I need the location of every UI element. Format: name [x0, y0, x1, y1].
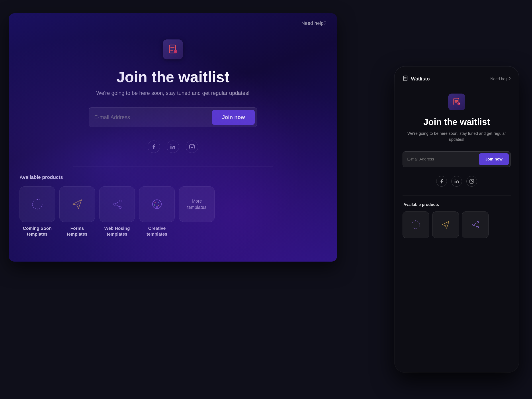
- email-input[interactable]: [94, 114, 212, 120]
- products-label: Available products: [19, 174, 326, 180]
- svg-line-16: [116, 205, 119, 207]
- svg-point-37: [419, 224, 420, 225]
- svg-point-4: [191, 146, 193, 148]
- mobile-products-label: Available products: [403, 202, 511, 207]
- mobile-instagram-button[interactable]: [466, 176, 477, 187]
- mobile-logo: Watlisto: [403, 75, 430, 82]
- svg-point-9: [32, 204, 33, 205]
- desktop-title: Join the waitlist: [116, 68, 229, 86]
- svg-point-5: [193, 145, 194, 146]
- mobile-linkedin-icon: [454, 179, 459, 184]
- svg-rect-30: [470, 179, 474, 183]
- facebook-icon-button[interactable]: [148, 140, 160, 153]
- svg-rect-3: [190, 144, 194, 149]
- svg-point-22: [156, 206, 158, 208]
- web-hosing-card[interactable]: [99, 186, 135, 222]
- mobile-social-icons: [436, 176, 477, 187]
- join-button[interactable]: Join now: [212, 110, 255, 125]
- more-card[interactable]: Moretemplates: [179, 186, 215, 222]
- svg-point-31: [471, 180, 472, 182]
- svg-point-12: [114, 203, 116, 205]
- svg-point-41: [477, 226, 479, 228]
- linkedin-icon-button[interactable]: [167, 140, 179, 153]
- forms-label: Formstemplates: [67, 225, 87, 237]
- mobile-web-hosing-card[interactable]: [462, 211, 488, 238]
- mobile-coming-soon-card[interactable]: [403, 211, 429, 238]
- mobile-send-icon: [440, 219, 451, 230]
- svg-point-40: [477, 222, 479, 223]
- mobile-instagram-icon: [469, 179, 474, 184]
- product-item-more: Moretemplates: [179, 186, 215, 222]
- products-section: Available products Coming Soontemplates: [9, 174, 337, 237]
- mobile-facebook-button[interactable]: [436, 176, 447, 187]
- send-icon: [70, 197, 84, 211]
- product-item-web-hosing: Web Hosingtemplates: [99, 186, 135, 237]
- mobile-need-help[interactable]: Need help?: [490, 77, 511, 81]
- coming-soon-card[interactable]: [19, 186, 55, 222]
- facebook-icon: [151, 144, 157, 150]
- forms-card[interactable]: [59, 186, 95, 222]
- more-label: Moretemplates: [187, 198, 207, 210]
- desktop-content: Join the waitlist We're going to be here…: [9, 26, 337, 174]
- mobile-divider: [403, 196, 511, 196]
- svg-point-21: [158, 205, 159, 206]
- svg-point-6: [32, 199, 42, 209]
- mobile-subtitle: We're going to be here soon, stay tuned …: [403, 131, 511, 143]
- mobile-email-input[interactable]: [407, 157, 479, 162]
- app-icon: [163, 39, 183, 59]
- instagram-icon-button[interactable]: [186, 140, 198, 153]
- creative-card[interactable]: [139, 186, 175, 222]
- mobile-card: Watlisto Need help? Join the waitlist We…: [395, 66, 519, 372]
- divider: [73, 166, 273, 166]
- mobile-join-button[interactable]: Join now: [479, 153, 509, 165]
- svg-point-10: [42, 204, 43, 205]
- svg-point-7: [37, 199, 38, 200]
- social-icons: [148, 140, 198, 153]
- mobile-app-icon-svg: [452, 98, 461, 106]
- mobile-facebook-icon: [439, 179, 444, 184]
- mobile-email-form: Join now: [403, 151, 511, 167]
- app-icon-svg: [168, 44, 178, 55]
- scene: Need help? Join the waitlist We're going…: [0, 0, 532, 399]
- svg-point-20: [154, 204, 155, 206]
- svg-point-36: [412, 224, 412, 225]
- desktop-subtitle: We're going to be here soon, stay tuned …: [96, 90, 249, 96]
- mobile-content: Join the waitlist We're going to be here…: [395, 82, 519, 238]
- svg-line-42: [474, 223, 477, 224]
- product-item-coming-soon: Coming Soontemplates: [19, 186, 55, 237]
- desktop-card: Need help? Join the waitlist We're going…: [9, 13, 337, 262]
- mobile-logo-icon: [403, 75, 409, 82]
- svg-point-35: [415, 228, 416, 229]
- product-item-creative: Creativetemplates: [139, 186, 175, 237]
- mobile-share-icon: [470, 219, 481, 230]
- web-hosing-label: Web Hosingtemplates: [104, 225, 130, 237]
- mobile-title: Join the waitlist: [423, 117, 490, 127]
- palette-icon: [150, 197, 164, 211]
- desktop-header: Need help?: [9, 13, 337, 26]
- svg-point-29: [455, 179, 456, 180]
- mobile-header: Watlisto Need help?: [395, 66, 519, 82]
- svg-point-2: [171, 144, 171, 145]
- svg-point-19: [158, 202, 159, 203]
- need-help-link[interactable]: Need help?: [301, 20, 326, 26]
- email-form: Join now: [89, 107, 257, 127]
- svg-line-43: [474, 225, 477, 227]
- svg-point-18: [154, 202, 156, 203]
- svg-point-14: [119, 206, 121, 208]
- mobile-forms-card[interactable]: [432, 211, 459, 238]
- mobile-app-logo-icon: [403, 75, 409, 82]
- share-icon: [110, 197, 124, 211]
- mobile-products-grid: [403, 211, 511, 238]
- svg-point-13: [119, 200, 121, 202]
- mobile-app-icon: [448, 94, 465, 110]
- linkedin-icon: [170, 144, 176, 150]
- product-item-forms: Formstemplates: [59, 186, 95, 237]
- mobile-logo-text: Watlisto: [411, 76, 430, 82]
- svg-line-15: [116, 202, 119, 203]
- products-grid: Coming Soontemplates Formstemplates: [19, 186, 326, 237]
- instagram-icon: [189, 144, 195, 150]
- mobile-loader-icon: [411, 219, 421, 230]
- mobile-products: Available products: [403, 202, 511, 238]
- svg-point-32: [473, 180, 473, 180]
- mobile-linkedin-button[interactable]: [451, 176, 462, 187]
